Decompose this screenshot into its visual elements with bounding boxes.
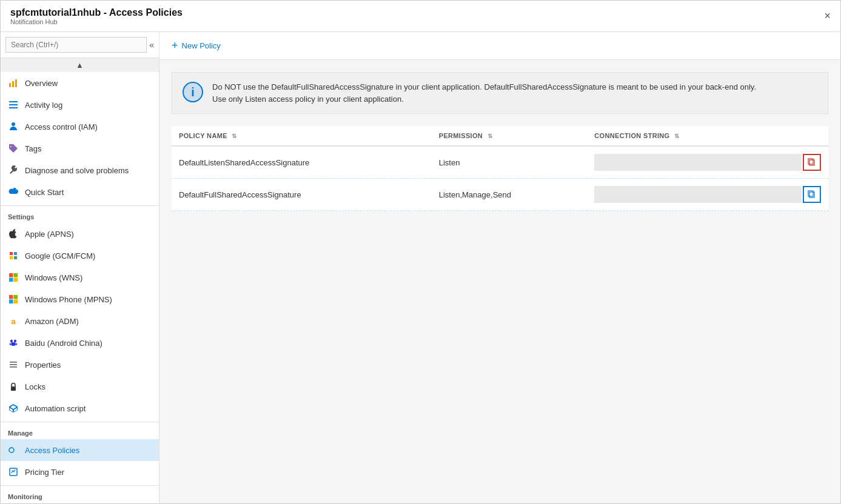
svg-rect-1 bbox=[12, 81, 14, 87]
connection-string-container bbox=[594, 186, 821, 203]
svg-point-21 bbox=[11, 342, 16, 346]
sidebar-item-label: Locks bbox=[25, 382, 45, 391]
connection-string-cell bbox=[587, 179, 828, 211]
svg-rect-3 bbox=[9, 101, 18, 102]
policy-table: POLICY NAME ⇅ PERMISSION ⇅ CONNECTION ST… bbox=[172, 126, 828, 211]
table-row: DefaultListenSharedAccessSignature Liste… bbox=[172, 146, 828, 179]
google-icon bbox=[8, 250, 19, 261]
automation-icon bbox=[8, 403, 19, 414]
copy-button-2[interactable] bbox=[803, 186, 821, 203]
sidebar-collapse-button[interactable]: « bbox=[149, 40, 154, 50]
table-row: DefaultFullSharedAccessSignature Listen,… bbox=[172, 179, 828, 211]
window-title: spfcmtutorial1nhub - Access Policies bbox=[10, 7, 183, 18]
svg-rect-4 bbox=[9, 104, 18, 105]
windows-icon bbox=[8, 272, 19, 283]
sidebar-item-label: Pricing Tier bbox=[25, 468, 64, 477]
title-bar: spfcmtutorial1nhub - Access Policies Not… bbox=[1, 1, 840, 32]
copy-button-1[interactable] bbox=[803, 154, 821, 171]
permission-cell: Listen,Manage,Send bbox=[432, 179, 588, 211]
close-button[interactable]: × bbox=[824, 10, 831, 22]
chart-icon bbox=[8, 78, 19, 88]
sidebar-item-overview[interactable]: Overview bbox=[1, 72, 159, 94]
svg-rect-2 bbox=[15, 79, 17, 87]
svg-rect-16 bbox=[14, 295, 18, 299]
connection-string-input-1[interactable] bbox=[594, 154, 802, 171]
cloud-icon bbox=[8, 187, 19, 197]
sidebar-item-windows[interactable]: Windows (WNS) bbox=[1, 267, 159, 288]
search-input[interactable] bbox=[5, 37, 147, 53]
svg-rect-38 bbox=[809, 192, 814, 197]
svg-rect-37 bbox=[808, 159, 813, 164]
svg-rect-5 bbox=[9, 107, 18, 108]
sidebar-item-label: Access control (IAM) bbox=[25, 122, 98, 131]
plus-icon: + bbox=[172, 39, 178, 52]
sidebar-item-windowsphone[interactable]: Windows Phone (MPNS) bbox=[1, 288, 159, 310]
sidebar-item-amazon[interactable]: a Amazon (ADM) bbox=[1, 310, 159, 332]
svg-rect-10 bbox=[14, 256, 17, 259]
sidebar-scroll-up[interactable]: ▲ bbox=[1, 58, 159, 72]
col-header-permission[interactable]: PERMISSION ⇅ bbox=[432, 126, 588, 146]
sidebar-item-label: Apple (APNS) bbox=[25, 230, 74, 239]
svg-rect-12 bbox=[14, 273, 18, 277]
info-icon: i bbox=[182, 81, 204, 103]
svg-rect-15 bbox=[9, 295, 13, 299]
svg-rect-25 bbox=[11, 386, 16, 391]
sidebar-item-properties[interactable]: Properties bbox=[1, 354, 159, 376]
col-header-connection-string[interactable]: CONNECTION STRING ⇅ bbox=[587, 126, 828, 146]
svg-point-19 bbox=[10, 340, 13, 343]
sidebar: « ▲ Overview bbox=[1, 32, 159, 503]
svg-rect-14 bbox=[14, 278, 18, 282]
svg-rect-36 bbox=[809, 160, 814, 165]
connection-string-label: CONNECTION STRING bbox=[594, 132, 669, 139]
new-policy-button[interactable]: + New Policy bbox=[172, 39, 221, 52]
app-container: spfcmtutorial1nhub - Access Policies Not… bbox=[0, 0, 841, 504]
pricing-icon bbox=[8, 466, 19, 477]
sidebar-item-automation[interactable]: Automation script bbox=[1, 397, 159, 419]
sidebar-item-access-policies[interactable]: Access Policies bbox=[1, 439, 159, 461]
sidebar-item-access-control[interactable]: Access control (IAM) bbox=[1, 116, 159, 138]
sidebar-item-alerts[interactable]: Alerts bbox=[1, 503, 159, 503]
svg-rect-7 bbox=[10, 252, 13, 255]
svg-point-26 bbox=[9, 448, 14, 453]
sidebar-item-locks[interactable]: Locks bbox=[1, 376, 159, 397]
policy-name-cell: DefaultListenSharedAccessSignature bbox=[172, 146, 432, 179]
list-icon bbox=[8, 99, 19, 110]
svg-rect-23 bbox=[10, 364, 17, 365]
tag-icon bbox=[8, 143, 19, 154]
svg-rect-24 bbox=[10, 366, 17, 368]
monitoring-section-label: Monitoring bbox=[1, 485, 159, 503]
properties-icon bbox=[8, 359, 19, 370]
svg-point-20 bbox=[14, 340, 16, 343]
connection-string-container bbox=[594, 154, 821, 171]
sidebar-item-label: Automation script bbox=[25, 404, 85, 413]
sidebar-item-tags[interactable]: Tags bbox=[1, 138, 159, 159]
sort-icon-policy-name[interactable]: ⇅ bbox=[232, 133, 236, 139]
content-area: + New Policy i Do NOT use the De bbox=[159, 32, 840, 503]
sidebar-item-label: Activity log bbox=[25, 101, 62, 110]
sidebar-item-google[interactable]: Google (GCM/FCM) bbox=[1, 245, 159, 267]
svg-text:i: i bbox=[191, 85, 195, 99]
col-header-policy-name[interactable]: POLICY NAME ⇅ bbox=[172, 126, 432, 146]
sidebar-item-quickstart[interactable]: Quick Start bbox=[1, 181, 159, 203]
sidebar-item-activity-log[interactable]: Activity log bbox=[1, 94, 159, 116]
connection-string-input-2[interactable] bbox=[594, 186, 802, 203]
content-inner: i Do NOT use the DefaultFullSharedAccess… bbox=[159, 60, 840, 503]
permission-label: PERMISSION bbox=[439, 132, 483, 139]
info-banner-text: Do NOT use the DefaultFullSharedAccessSi… bbox=[212, 81, 756, 105]
sidebar-item-label: Tags bbox=[25, 144, 41, 153]
svg-rect-17 bbox=[9, 300, 13, 304]
sidebar-item-apple[interactable]: Apple (APNS) bbox=[1, 223, 159, 245]
baidu-icon bbox=[8, 337, 19, 348]
info-banner: i Do NOT use the DefaultFullSharedAccess… bbox=[172, 72, 828, 114]
sidebar-item-diagnose[interactable]: Diagnose and solve problems bbox=[1, 159, 159, 181]
sidebar-item-pricing-tier[interactable]: Pricing Tier bbox=[1, 461, 159, 483]
sidebar-item-label: Google (GCM/FCM) bbox=[25, 251, 95, 260]
svg-rect-27 bbox=[10, 468, 17, 476]
sort-icon-connection-string[interactable]: ⇅ bbox=[674, 133, 679, 139]
sort-icon-permission[interactable]: ⇅ bbox=[488, 133, 492, 139]
title-bar-left: spfcmtutorial1nhub - Access Policies Not… bbox=[10, 7, 183, 25]
svg-rect-11 bbox=[9, 273, 13, 277]
policy-name-label: POLICY NAME bbox=[179, 132, 227, 139]
sidebar-item-baidu[interactable]: Baidu (Android China) bbox=[1, 332, 159, 354]
svg-rect-18 bbox=[14, 300, 18, 304]
